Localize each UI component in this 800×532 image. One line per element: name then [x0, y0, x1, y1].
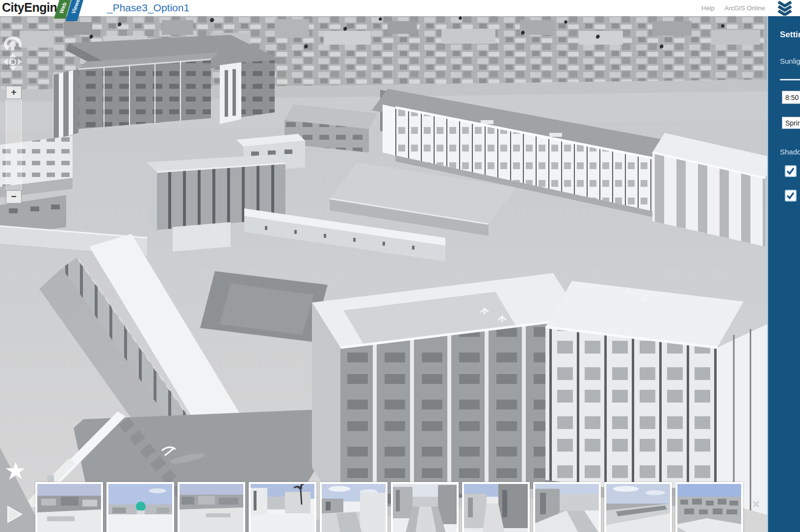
sunlight-time-slider[interactable] [780, 79, 800, 80]
zoom-out-button[interactable]: − [6, 190, 22, 203]
shadows-label: Shadows [780, 148, 800, 156]
shadows-checkbox-2[interactable] [785, 190, 797, 202]
bookmark-strip [35, 482, 743, 532]
scene-title: _Phase3_Option1 [107, 2, 189, 14]
bookmark-thumbnail-5[interactable] [320, 482, 387, 532]
shadows-checkbox-1[interactable] [785, 165, 797, 177]
zoom-slider[interactable]: + − [6, 86, 22, 203]
bookmark-thumbnail-1[interactable] [35, 482, 103, 532]
arcgis-online-link[interactable]: ArcGIS Online [724, 4, 765, 12]
viewport-3d[interactable]: + − [0, 16, 800, 532]
zoom-in-button[interactable]: + [6, 86, 22, 99]
sunlight-label: Sunlight [780, 57, 800, 65]
sidebar-title: Settings [780, 30, 800, 40]
bookmark-thumbnail-3[interactable] [178, 482, 245, 532]
bookmark-thumbnail-9[interactable] [604, 482, 672, 532]
bookmark-thumbnail-10[interactable] [675, 482, 743, 532]
bookmark-thumbnail-7[interactable] [462, 482, 530, 532]
bookmark-star-icon[interactable] [5, 460, 26, 481]
season-select[interactable]: Spring [782, 117, 800, 129]
cityengine-logo: CityEngine [2, 0, 64, 15]
city-scene [0, 16, 800, 532]
bookmark-thumbnail-4[interactable] [249, 482, 316, 532]
pan-camera-icon[interactable] [3, 52, 23, 71]
help-link[interactable]: Help [701, 4, 715, 12]
checkmark-icon [786, 191, 796, 201]
settings-sidebar: Settings Sunlight Spring Shadows [767, 16, 800, 532]
play-tour-icon[interactable] [7, 506, 23, 523]
bookmark-thumbnail-2[interactable] [106, 482, 174, 532]
bookmark-strip-close-icon[interactable]: × [752, 498, 760, 510]
checkmark-icon [786, 166, 796, 176]
time-input[interactable] [782, 91, 800, 104]
bookmark-thumbnail-8[interactable] [533, 482, 601, 532]
cityengine-web-viewer: { "header": { "logo": { "text": "CityEng… [0, 0, 800, 532]
zoom-slider-track[interactable] [6, 99, 22, 190]
orbit-camera-icon[interactable] [3, 34, 23, 52]
bookmark-thumbnail-6[interactable] [391, 482, 459, 532]
top-header-bar: CityEngine Web Viewer _Phase3_Option1 He… [0, 0, 800, 16]
collapse-panel-chevrons-icon[interactable] [777, 0, 793, 16]
